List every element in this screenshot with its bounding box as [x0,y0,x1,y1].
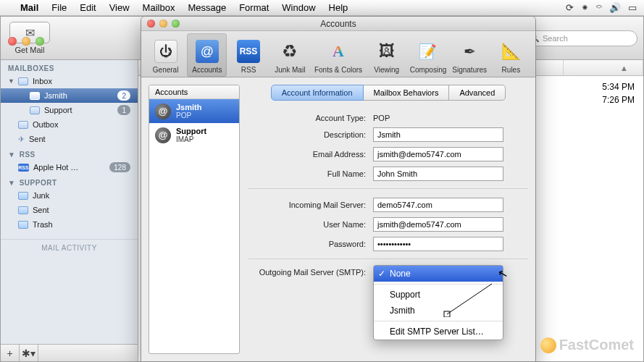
switch-icon: ⏻ [154,40,177,63]
account-row-jsmith[interactable]: @ Jsmith POP [149,99,239,123]
accounts-list: Accounts @ Jsmith POP @ Support IMAP [149,85,240,354]
sort-indicator-icon[interactable]: ▲ [620,64,628,72]
folder-icon [18,221,28,229]
bluetooth-icon[interactable]: ⁕ [581,2,589,13]
account-type-label: Account Type: [248,114,373,122]
sidebar-section-rss: ▼ RSS [1,146,138,160]
battery-icon[interactable]: ▭ [628,2,637,13]
sidebar-item-outbox[interactable]: Outbox [1,117,138,132]
smtp-option-support[interactable]: Support [374,287,503,303]
menu-mailbox[interactable]: Mailbox [143,2,175,13]
sidebar-footer: + ✱▾ [1,344,138,361]
folder-icon [18,192,28,200]
sent-icon: ✈︎ [18,135,25,144]
password-input[interactable] [373,237,503,251]
close-button[interactable] [147,20,155,28]
username-input[interactable] [373,217,503,232]
prefs-tab-junk[interactable]: ♻︎ Junk Mail [270,33,310,77]
description-label: Description: [248,130,373,139]
at-icon: @ [196,40,219,63]
tab-mailbox-behaviors[interactable]: Mailbox Behaviors [364,85,450,101]
volume-icon[interactable]: 🔊 [609,2,621,13]
prefs-tab-composing[interactable]: 📝 Composing [408,33,448,77]
sidebar-section-support: ▼ SUPPORT [1,174,138,188]
account-tabs: Account Information Mailbox Behaviors Ad… [248,85,528,101]
menu-format[interactable]: Format [239,2,269,13]
prefs-tab-accounts[interactable]: @ Accounts [187,33,227,77]
sidebar: MAILBOXES ▼ Inbox Jsmith 2 Support 1 Out… [1,60,138,361]
sidebar-item-sent[interactable]: ✈︎ Sent [1,132,138,146]
unread-badge: 128 [109,162,130,172]
app-menu[interactable]: Mail [20,2,38,13]
at-icon: @ [155,104,171,119]
sidebar-item-support-sent[interactable]: Sent [1,203,138,217]
menu-help[interactable]: Help [329,2,348,13]
menu-message[interactable]: Message [188,2,226,13]
sync-icon[interactable]: ⟳ [566,2,574,13]
chevron-down-icon[interactable]: ▼ [8,151,15,159]
fastcomet-watermark: FastComet [540,337,634,353]
mail-activity-label: MAIL ACTIVITY [1,239,138,256]
smtp-popup-menu: None Support Jsmith Edit SMTP Server Lis… [373,265,503,340]
prefs-titlebar[interactable]: Accounts [141,17,535,31]
at-icon: @ [155,127,171,143]
menu-window[interactable]: Window [282,2,315,13]
password-label: Password: [248,240,373,248]
sidebar-item-rss-apple[interactable]: RSS Apple Hot … 128 [1,160,138,174]
prefs-tab-general[interactable]: ⏻ General [146,33,185,77]
sidebar-item-trash[interactable]: Trash [1,217,138,232]
fonts-icon: A [327,40,350,63]
fullname-input[interactable] [373,167,503,181]
account-row-support[interactable]: @ Support IMAP [149,123,239,147]
comet-icon [540,337,556,353]
prefs-tab-fonts[interactable]: A Fonts & Colors [311,33,365,77]
minimize-button[interactable] [22,37,30,46]
account-detail: Account Information Mailbox Behaviors Ad… [248,85,528,354]
rules-icon: 📐 [499,40,522,63]
tab-advanced[interactable]: Advanced [449,85,506,101]
action-menu-button[interactable]: ✱▾ [20,345,38,361]
chevron-down-icon[interactable]: ▼ [8,179,15,187]
sidebar-item-inbox-support[interactable]: Support 1 [1,103,138,117]
prefs-tab-rss[interactable]: RSS RSS [228,33,268,77]
wifi-icon[interactable]: ⌔ [596,2,602,13]
inbox-icon [30,106,40,114]
search-input[interactable]: 🔍 Search [522,30,637,46]
sidebar-item-inbox-jsmith[interactable]: Jsmith 2 [1,88,138,103]
incoming-input[interactable] [373,198,503,212]
account-type-value: POP [373,114,390,122]
smtp-edit-server-list[interactable]: Edit SMTP Server List… [374,324,503,340]
menu-view[interactable]: View [109,2,130,13]
sidebar-item-inbox[interactable]: ▼ Inbox [1,74,138,88]
prefs-title: Accounts [320,19,356,29]
email-input[interactable] [373,147,503,161]
close-button[interactable] [8,37,17,46]
sidebar-item-junk[interactable]: Junk [1,188,138,203]
sidebar-section-mailboxes: MAILBOXES [1,60,138,74]
menu-edit[interactable]: Edit [80,2,96,13]
smtp-label: Outgoing Mail Server (SMTP): [248,268,373,277]
status-icons: ⟳ ⁕ ⌔ 🔊 ▭ [566,2,637,13]
compose-icon: 📝 [417,40,440,63]
rss-icon: RSS [18,164,29,172]
accounts-list-header: Accounts [149,85,239,99]
menu-file[interactable]: File [51,2,67,13]
prefs-tab-rules[interactable]: 📐 Rules [491,33,531,77]
zoom-button[interactable] [35,37,44,46]
tab-account-information[interactable]: Account Information [271,85,364,101]
fullname-label: Full Name: [248,169,373,178]
incoming-label: Incoming Mail Server: [248,201,373,209]
zoom-button[interactable] [172,20,180,28]
username-label: User Name: [248,220,373,229]
minimize-button[interactable] [159,20,167,28]
prefs-tab-viewing[interactable]: 🖼 Viewing [367,33,406,77]
smtp-option-none[interactable]: None [374,266,503,282]
chevron-down-icon[interactable]: ▼ [8,77,14,85]
prefs-tab-signatures[interactable]: ✒︎ Signatures [450,33,490,77]
smtp-option-jsmith[interactable]: Jsmith [374,303,503,319]
recycle-icon: ♻︎ [278,40,301,63]
inbox-icon [18,77,28,85]
add-button[interactable]: + [1,345,20,361]
menubar: Mail File Edit View Mailbox Message Form… [0,0,644,16]
description-input[interactable] [373,127,503,142]
